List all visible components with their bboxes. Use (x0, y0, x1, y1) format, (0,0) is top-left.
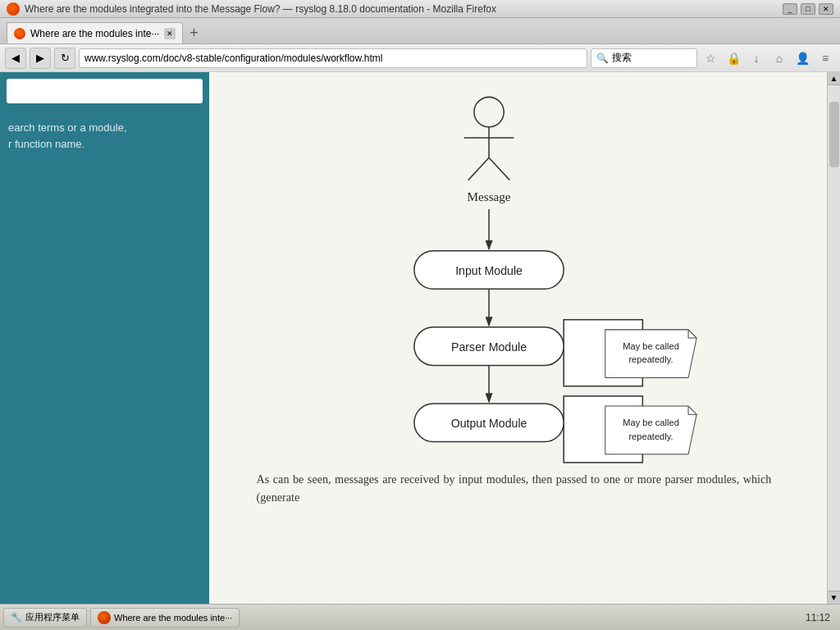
title-bar-controls[interactable]: _ □ ✕ (783, 3, 833, 15)
scroll-up-button[interactable]: ▲ (828, 72, 841, 85)
scrollbar[interactable]: ▲ ▼ (827, 72, 840, 604)
bookmark-icon[interactable]: ☆ (701, 48, 720, 68)
menu-button[interactable]: ≡ (815, 48, 835, 68)
taskbar-window-button[interactable]: Where are the modules inte··· (90, 608, 240, 628)
diagram-output-module: Output Module (451, 417, 527, 430)
close-button[interactable]: ✕ (819, 3, 833, 15)
refresh-button[interactable]: ↻ (54, 48, 75, 69)
svg-line-21 (468, 158, 489, 180)
title-bar: Where are the modules integrated into th… (0, 0, 840, 18)
tab-close-button[interactable]: ✕ (164, 28, 176, 39)
taskbar-firefox-icon (98, 611, 111, 624)
svg-text:repeatedly.: repeatedly. (628, 354, 673, 364)
browser-tab[interactable]: Where are the modules inte··· ✕ (7, 22, 183, 43)
diagram-overlay: Message Input Module Parser Module May b… (209, 72, 827, 604)
search-bar[interactable]: 🔍 搜索 (591, 48, 697, 68)
back-button[interactable]: ◀ (5, 48, 26, 69)
taskbar: 🔧 应用程序菜单 Where are the modules inte··· 1… (0, 604, 840, 630)
tab-bar: Where are the modules inte··· ✕ + (0, 18, 840, 44)
tab-label: Where are the modules inte··· (30, 28, 159, 39)
nav-bar: ◀ ▶ ↻ 🔍 搜索 ☆ 🔒 ↓ ⌂ 👤 ≡ (0, 44, 840, 72)
svg-line-22 (489, 158, 509, 180)
search-icon: 🔍 (596, 52, 609, 64)
sidebar-search-box[interactable] (7, 79, 203, 103)
taskbar-window-label: Where are the modules inte··· (114, 613, 232, 623)
sidebar-search-input[interactable] (13, 85, 196, 97)
svg-marker-28 (605, 330, 696, 378)
sidebar-hint: earch terms or a module, r function name… (0, 110, 209, 155)
maximize-button[interactable]: □ (801, 3, 815, 15)
sidebar: earch terms or a module, r function name… (0, 72, 209, 604)
scrollbar-thumb[interactable] (829, 102, 839, 167)
download-icon[interactable]: ↓ (746, 48, 766, 68)
svg-text:repeatedly.: repeatedly. (628, 431, 673, 441)
window-title: Where are the modules integrated into th… (25, 3, 496, 15)
hint-line1: earch terms or a module, (8, 121, 127, 134)
taskbar-time: 11:12 (799, 612, 837, 623)
firefox-icon (7, 2, 20, 16)
hint-line2: r function name. (8, 138, 84, 150)
home-icon[interactable]: ⌂ (769, 48, 789, 68)
app-menu-button[interactable]: 🔧 应用程序菜单 (3, 608, 87, 628)
svg-text:May be called: May be called (623, 341, 679, 351)
url-bar[interactable] (79, 48, 587, 68)
tab-favicon (14, 28, 25, 39)
scroll-down-button[interactable]: ▼ (828, 591, 841, 604)
diagram-message-label: Message (468, 189, 511, 203)
svg-text:May be called: May be called (623, 418, 679, 427)
app-menu-icon: 🔧 (11, 612, 22, 623)
svg-marker-34 (605, 406, 696, 454)
diagram-input-module: Input Module (455, 264, 523, 277)
app-menu-label: 应用程序菜单 (25, 611, 80, 623)
profile-icon[interactable]: 👤 (792, 48, 812, 68)
shield-icon[interactable]: 🔒 (724, 48, 743, 68)
search-label: 搜索 (612, 51, 632, 65)
forward-button[interactable]: ▶ (30, 48, 51, 69)
new-tab-button[interactable]: + (183, 22, 204, 43)
main-flowchart: Message Input Module Parser Module May b… (209, 72, 827, 604)
diagram-parser-module: Parser Module (451, 340, 527, 354)
title-bar-left: Where are the modules integrated into th… (7, 2, 496, 16)
svg-point-18 (474, 97, 504, 126)
minimize-button[interactable]: _ (783, 3, 797, 15)
